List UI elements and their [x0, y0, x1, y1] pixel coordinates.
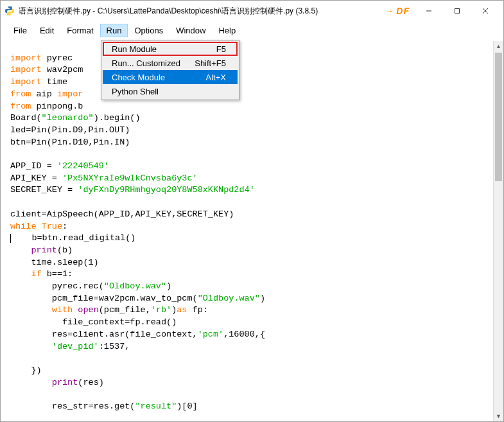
- menu-help[interactable]: Help: [212, 24, 242, 37]
- code-token: [10, 245, 31, 255]
- code-token: '22240549': [57, 161, 109, 171]
- menu-item-shortcut: F5: [216, 44, 226, 54]
- window-titlebar: 语言识别控制硬件.py - C:\Users\LattePanda\Deskto…: [1, 1, 503, 21]
- vertical-scrollbar[interactable]: ▲ ▼: [493, 41, 503, 421]
- scroll-down-arrow-icon[interactable]: ▼: [494, 411, 503, 421]
- svg-point-0: [8, 7, 9, 8]
- code-token: ): [166, 281, 171, 291]
- code-token: :: [62, 222, 67, 231]
- code-token: import: [10, 77, 42, 87]
- watermark-arrow: →: [385, 6, 394, 16]
- menu-run[interactable]: Run: [100, 24, 128, 37]
- code-token: led=Pin(Pin.D9,Pin.OUT): [10, 125, 130, 135]
- code-token: import: [10, 53, 42, 63]
- df-watermark: DF: [396, 6, 410, 16]
- code-token: }): [10, 365, 42, 375]
- window-controls: [415, 2, 500, 20]
- code-token: 'dev_pid': [52, 342, 99, 351]
- code-token: [10, 342, 52, 351]
- code-token: if: [31, 269, 41, 279]
- code-token: SECRET_KEY =: [10, 185, 78, 195]
- code-token: pinpong.b: [31, 101, 83, 111]
- code-token: while: [10, 222, 37, 231]
- code-token: b=btn.read_digital(): [11, 233, 135, 243]
- scroll-up-arrow-icon[interactable]: ▲: [494, 41, 503, 51]
- code-token: (pcm_file,: [99, 305, 151, 315]
- minimize-button[interactable]: [415, 2, 443, 20]
- menu-item-label: Run Module: [112, 44, 157, 54]
- code-token: impor: [57, 89, 83, 99]
- code-token: "leonardo": [42, 113, 94, 123]
- menu-item-run-module[interactable]: Run Module F5: [103, 42, 238, 56]
- code-token: with: [52, 305, 73, 315]
- menu-item-shortcut: Alt+X: [206, 73, 226, 82]
- code-token: pyrec: [42, 53, 73, 63]
- code-editor[interactable]: import pyrec import wav2pcm import time …: [0, 40, 504, 422]
- code-token: API_KEY =: [10, 173, 62, 183]
- code-token: btn=Pin(Pin.D10,Pin.IN): [10, 137, 130, 147]
- svg-point-1: [11, 13, 12, 15]
- code-token: "result": [135, 401, 177, 411]
- code-token: res=client.asr(file_context,: [10, 330, 198, 339]
- menu-item-check-module[interactable]: Check Module Alt+X: [103, 70, 238, 84]
- code-token: [10, 378, 52, 387]
- code-token: 'Px5NXYraIe9wIkCnvsba6y3c': [62, 173, 198, 183]
- menu-item-shortcut: Shift+F5: [195, 58, 226, 68]
- svg-rect-3: [455, 9, 460, 13]
- menu-item-label: Run... Customized: [112, 58, 180, 68]
- code-token: open: [78, 305, 98, 315]
- code-token: "Oldboy.wav": [104, 281, 166, 291]
- code-token: from: [10, 101, 31, 111]
- code-token: aip: [31, 89, 57, 99]
- maximize-button[interactable]: [443, 2, 471, 20]
- code-token: ,16000,{: [223, 330, 265, 339]
- code-token: )[0]: [177, 401, 197, 411]
- run-dropdown-menu: Run Module F5 Run... Customized Shift+F5…: [101, 40, 239, 100]
- code-token: client=AipSpeech(APP_ID,API_KEY,SECRET_K…: [10, 209, 234, 219]
- code-token: "Oldboy.wav": [198, 294, 260, 303]
- code-token: pyrec.rec(: [10, 281, 104, 291]
- close-button[interactable]: [471, 2, 500, 20]
- code-token: (b): [57, 245, 73, 255]
- code-token: time: [42, 77, 68, 87]
- code-token: :1537,: [99, 342, 130, 351]
- code-token: 'rb': [151, 305, 171, 315]
- code-token: import: [10, 65, 42, 75]
- menu-item-run-customized[interactable]: Run... Customized Shift+F5: [103, 56, 238, 70]
- code-token: (res): [78, 378, 104, 387]
- menu-item-label: Python Shell: [112, 87, 159, 96]
- code-token: Board(: [10, 113, 42, 123]
- code-token: ): [260, 294, 265, 303]
- code-token: fp:: [187, 305, 207, 315]
- code-token: pcm_file=wav2pcm.wav_to_pcm(: [10, 294, 198, 303]
- code-token: [37, 222, 42, 231]
- menu-item-python-shell[interactable]: Python Shell: [103, 84, 238, 98]
- menubar: File Edit Format Run Options Window Help: [1, 21, 503, 40]
- menu-edit[interactable]: Edit: [33, 24, 60, 37]
- menu-item-label: Check Module: [112, 73, 165, 82]
- code-token: [10, 269, 31, 279]
- code-token: wav2pcm: [42, 65, 83, 75]
- menu-options[interactable]: Options: [128, 24, 169, 37]
- code-token: ).begin(): [94, 113, 141, 123]
- code-token: from: [10, 89, 31, 99]
- menu-file[interactable]: File: [7, 24, 33, 37]
- code-token: print: [52, 378, 78, 387]
- code-token: APP_ID =: [10, 161, 57, 171]
- code-token: file_context=fp.read(): [10, 317, 177, 327]
- code-token: True: [42, 222, 62, 231]
- code-token: res_str=res.get(: [10, 401, 135, 411]
- code-token: time.sleep(1): [10, 258, 99, 267]
- code-token: print: [31, 245, 57, 255]
- code-token: 'pcm': [198, 330, 224, 339]
- scroll-thumb[interactable]: [495, 53, 502, 181]
- code-token: [10, 305, 52, 315]
- code-token: 'dyFXnDy9RHmhgyoq20Y8W58xKKNpd2d4': [78, 185, 254, 195]
- code-token: as: [177, 305, 187, 315]
- window-title: 语言识别控制硬件.py - C:\Users\LattePanda\Deskto…: [19, 6, 385, 17]
- code-token: b==1:: [42, 269, 73, 279]
- menu-window[interactable]: Window: [169, 24, 212, 37]
- menu-format[interactable]: Format: [60, 24, 100, 37]
- python-app-icon: [4, 6, 15, 16]
